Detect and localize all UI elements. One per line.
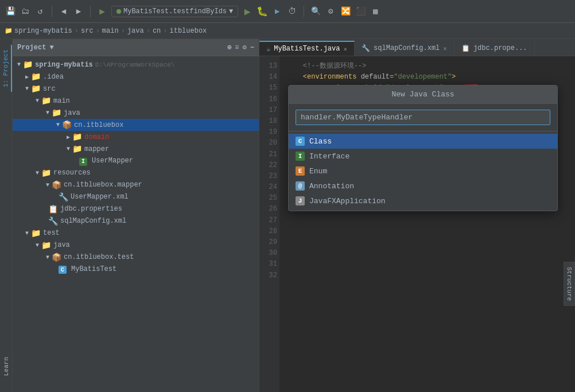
dialog-overlay: New Java Class C Class I Interface <box>259 56 575 392</box>
tree-arrow-idea: ▶ <box>23 73 31 80</box>
tab-java-icon: ☕ <box>266 45 270 53</box>
jdbc-props-label: jdbc.properties <box>60 205 122 213</box>
tree-domain[interactable]: ▶ 📁 domain <box>13 131 259 143</box>
back-icon[interactable]: ◀ <box>58 6 69 17</box>
tree-jdbc-props[interactable]: 📋 jdbc.properties <box>13 203 259 215</box>
sep: › <box>75 27 79 35</box>
collapse-icon[interactable]: ≡ <box>235 44 239 52</box>
git-icon[interactable]: 🔀 <box>340 6 351 17</box>
forward-icon[interactable]: ▶ <box>73 6 84 17</box>
learn-tab[interactable]: Learn <box>1 352 11 381</box>
dialog-item-enum[interactable]: E Enum <box>289 164 557 178</box>
sqlmap-label: sqlMapConfig.xml <box>60 217 126 225</box>
dropdown-icon[interactable]: ▼ <box>49 44 53 52</box>
new-java-class-dialog: New Java Class C Class I Interface <box>288 85 558 211</box>
tab-mybatistest-close[interactable]: ✕ <box>343 45 347 53</box>
breadcrumb-main[interactable]: main <box>102 27 119 35</box>
javafx-label: JavaFXApplication <box>309 197 386 205</box>
tree-arrow-test-java: ▼ <box>33 242 41 249</box>
tree-arrow-cn-mapper: ▼ <box>44 182 52 188</box>
root-folder-icon: 📁 <box>5 27 13 34</box>
profile-icon[interactable]: ⏱ <box>286 6 298 17</box>
add-icon[interactable]: ⊕ <box>227 43 231 52</box>
tree-sqlmap-xml[interactable]: 🔧 sqlMapConfig.xml <box>13 215 259 227</box>
javafx-icon: J <box>296 196 305 205</box>
breadcrumb-root[interactable]: 📁 spring-mybatis <box>5 27 72 35</box>
breadcrumb-itbluebox[interactable]: itbluebox <box>169 27 207 35</box>
enum-label: Enum <box>309 167 327 176</box>
cn-test-label: cn.itbluebox.test <box>64 253 134 261</box>
new-class-name-input[interactable] <box>296 110 550 125</box>
tree-cn-itbluebox[interactable]: ▼ 📦 cn.itbluebox <box>13 119 259 131</box>
project-tab[interactable]: 1: Project <box>1 45 12 92</box>
test-folder-icon: 📁 <box>31 228 41 238</box>
settings-icon[interactable]: ⚙ <box>325 6 336 17</box>
tree-cn-test[interactable]: ▼ 📦 cn.itbluebox.test <box>13 251 259 263</box>
breadcrumb-java[interactable]: java <box>127 27 144 35</box>
tree-resources[interactable]: ▼ 📁 resources <box>13 167 259 179</box>
tree-arrow-cn: ▼ <box>54 122 62 128</box>
dialog-list: C Class I Interface E Enum @ <box>289 131 557 211</box>
tree-usermapper-xml[interactable]: 🔧 UserMapper.xml <box>13 191 259 203</box>
tree-mapper[interactable]: ▼ 📁 mapper <box>13 143 259 155</box>
tree-idea[interactable]: ▶ 📁 .idea <box>13 71 259 83</box>
tree-java[interactable]: ▼ 📁 java <box>13 107 259 119</box>
dialog-item-class[interactable]: C Class <box>289 134 557 149</box>
tree-root[interactable]: ▼ 📁 spring-mybatis D:\AProgramWorkSpace\ <box>13 59 259 71</box>
dialog-item-javafx[interactable]: J JavaFXApplication <box>289 193 557 208</box>
mybatistest-label: MyBatisTest <box>71 265 116 273</box>
run-config-label: MyBatisTest.testfindByIds <box>123 7 227 15</box>
project-label: Project <box>17 44 46 52</box>
package-icon: 📦 <box>62 120 72 130</box>
coverage-icon[interactable]: ▶ <box>271 6 283 17</box>
dialog-item-interface[interactable]: I Interface <box>289 149 557 164</box>
dialog-input-row <box>289 104 557 131</box>
tree-arrow-resources: ▼ <box>33 170 41 176</box>
tab-sqlmap-close[interactable]: ✕ <box>443 45 447 52</box>
tree-main[interactable]: ▼ 📁 main <box>13 95 259 107</box>
green-triangle-icon[interactable]: ▶ <box>96 6 108 17</box>
dialog-item-annotation[interactable]: @ Annotation <box>289 178 557 193</box>
gear-icon[interactable]: ⚙ <box>243 43 247 52</box>
layout-icon[interactable]: ▦ <box>370 6 381 17</box>
save-icon[interactable]: 💾 <box>5 6 16 17</box>
tree-mybatistest[interactable]: C MyBatisTest <box>13 263 259 275</box>
breadcrumb-cn[interactable]: cn <box>153 27 161 35</box>
cn-mapper-icon: 📦 <box>52 180 61 190</box>
root-path: D:\AProgramWorkSpace\ <box>95 61 175 68</box>
breadcrumb-src[interactable]: src <box>81 27 94 35</box>
terminal-icon[interactable]: ⬛ <box>355 6 366 17</box>
interface-icon: I <box>296 152 305 161</box>
run-icon[interactable]: ▶ <box>242 6 253 17</box>
enum-icon: E <box>296 166 305 176</box>
idea-folder-icon: 📁 <box>31 72 41 81</box>
tree-usermapper[interactable]: I UserMapper <box>13 155 259 167</box>
mapper-label: mapper <box>84 145 109 153</box>
tab-sqlmap[interactable]: 🔧 sqlMapConfig.xml ✕ <box>355 41 454 56</box>
disk-icon[interactable]: 🗂 <box>20 6 31 17</box>
search-icon[interactable]: 🔍 <box>310 6 321 17</box>
minimize-icon[interactable]: − <box>250 44 254 52</box>
main-layout: 1: Project Learn Project ▼ ⊕ ≡ ⚙ − ▼ 📁 s… <box>0 39 575 392</box>
tree-src[interactable]: ▼ 📁 src <box>13 83 259 95</box>
project-panel-header: Project ▼ ⊕ ≡ ⚙ − <box>13 39 259 56</box>
refresh-icon[interactable]: ↺ <box>34 6 46 17</box>
tab-mybatistest[interactable]: ☕ MyBatisTest.java ✕ <box>259 41 355 56</box>
root-folder-icon: 📁 <box>23 60 33 69</box>
tree-arrow-cn-test: ▼ <box>44 254 52 261</box>
tree-test-java[interactable]: ▼ 📁 java <box>13 239 259 251</box>
project-panel: Project ▼ ⊕ ≡ ⚙ − ▼ 📁 spring-mybatis D:\… <box>13 39 259 392</box>
tab-jdbc-icon: 📋 <box>461 44 470 53</box>
tab-jdbc[interactable]: 📋 jdbc.prope... <box>454 41 535 56</box>
tree-expand-root: ▼ <box>15 61 23 68</box>
usermapper-xml-label: UserMapper.xml <box>71 193 129 201</box>
tree-cn-mapper[interactable]: ▼ 📦 cn.itbluebox.mapper <box>13 179 259 191</box>
editor-area: ☕ MyBatisTest.java ✕ 🔧 sqlMapConfig.xml … <box>259 39 575 392</box>
run-config-selector[interactable]: MyBatisTest.testfindByIds ▼ <box>111 6 238 17</box>
resources-label: resources <box>53 169 91 177</box>
debug-icon[interactable]: 🐛 <box>257 6 268 17</box>
src-label: src <box>43 85 56 93</box>
tree-test[interactable]: ▼ 📁 test <box>13 227 259 239</box>
tab-jdbc-label: jdbc.prope... <box>473 44 527 52</box>
jdbc-props-icon: 📋 <box>48 204 58 214</box>
